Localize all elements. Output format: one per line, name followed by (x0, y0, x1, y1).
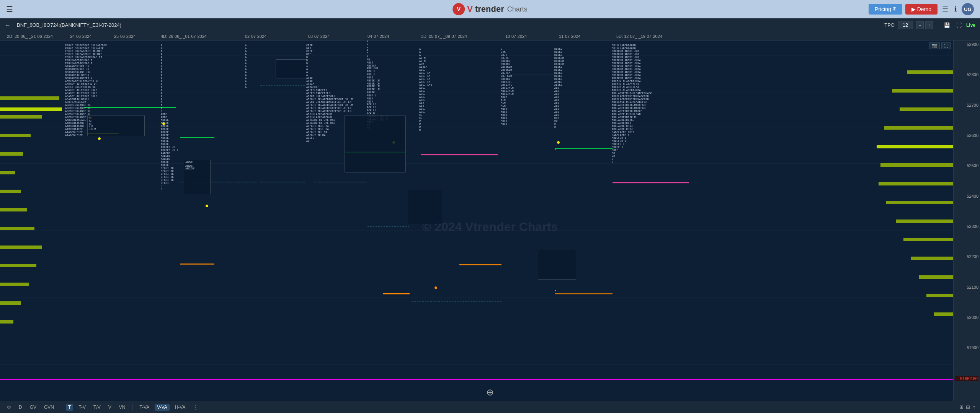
bottom-grid-icon[interactable]: ⊞ (959, 404, 964, 410)
svg-rect-30 (459, 264, 501, 265)
demo-button[interactable]: ▶ Demo (905, 4, 938, 15)
fullscreen-icon-btn[interactable]: ⛶ (941, 42, 951, 49)
dot-marker-3 (206, 205, 208, 207)
info-box-2: ABDE ABDE ABCDE (184, 160, 211, 194)
svg-rect-31 (555, 290, 556, 291)
bottom-bar: ⚙ D GV GVN T T-V T/V V VN T-VA V-VA H-VA… (0, 401, 980, 413)
date-header-row: 2D: 20-06_ _21-06-2024 24-06-2024 25-06-… (0, 32, 980, 41)
btn-hva[interactable]: H-VA (173, 404, 188, 411)
crosshair-icon[interactable]: ⊕ (486, 387, 494, 398)
btn-vva[interactable]: V-VA (155, 404, 169, 411)
settings-button[interactable]: ⚙ (5, 404, 13, 411)
btn-v[interactable]: V (106, 404, 114, 411)
date-label-6: 03-07-2024 (308, 34, 330, 39)
camera-icon-btn[interactable]: 📷 (929, 42, 940, 49)
header-right-icons: 💾 ⛶ (942, 21, 963, 30)
save-icon[interactable]: 💾 (942, 21, 952, 30)
tpo-input[interactable] (898, 21, 913, 29)
left-profile-bars (0, 41, 65, 413)
list-icon[interactable]: ☰ (941, 3, 950, 15)
chart-canvas: © 2024 Vtrender Charts (0, 41, 980, 413)
btn-tv[interactable]: T-V (76, 404, 88, 411)
bottom-table-icon[interactable]: ⊟ (966, 404, 970, 410)
price-52900: 52900 (955, 42, 978, 47)
logo-charts: Charts (507, 5, 528, 13)
btn-vn[interactable]: VN (117, 404, 128, 411)
logo: V V trender Charts (452, 3, 528, 15)
symbol-info: BNF_6OB_I8O724:(BANKNIFTY_E3I-07-2024) (17, 22, 121, 28)
separator-1 (61, 403, 61, 411)
pricing-button[interactable]: Pricing ₹ (869, 4, 902, 15)
separator-2 (132, 403, 132, 411)
price-52500: 52500 (955, 163, 978, 168)
info-box-4 (345, 115, 406, 172)
logo-text-v: V (467, 4, 473, 14)
svg-rect-28 (555, 148, 556, 150)
right-profile-bars (877, 41, 953, 413)
dot-marker-1 (98, 137, 101, 140)
hamburger-icon[interactable]: ☰ (6, 5, 13, 14)
chart-svg (0, 41, 980, 413)
btn-tva[interactable]: T-VA (137, 404, 152, 411)
expand-icon[interactable]: ⛶ (955, 21, 963, 30)
date-label-8: 3D: 05-07_ _09-07-2024 (421, 34, 467, 39)
demo-label: Demo (917, 6, 931, 12)
info-box-1: M M M LM JKLM (87, 115, 145, 136)
bottom-right-icons: ⊞ ⊟ ≡ (959, 404, 975, 410)
date-label-3: 25-06-2024 (114, 34, 136, 39)
date-label-1: 2D: 20-06_ _21-06-2024 (7, 34, 53, 39)
tpo-section: TPO − + 💾 ⛶ Live (884, 21, 975, 30)
tpo-label: TPO (884, 22, 895, 28)
price-52700: 52700 (955, 103, 978, 107)
price-scale: 52900 52800 52700 52600 52500 52400 5230… (953, 41, 980, 413)
live-badge: Live (966, 23, 975, 28)
date-label-10: 11-07-2024 (559, 34, 580, 39)
top-header: ☰ V V trender Charts Pricing ₹ ▶ Demo ☰ … (0, 0, 980, 18)
watermark: © 2024 Vtrender Charts (422, 220, 558, 234)
mp-col-6: A A A AL M AL M ALM ABJLM ABCJ ABCJ LM A… (419, 48, 432, 132)
btn-gvn[interactable]: GVN (42, 404, 56, 411)
user-avatar[interactable]: UG (962, 3, 974, 15)
header-right: Pricing ₹ ▶ Demo ☰ ℹ UG (869, 3, 974, 15)
chart-area: 2D: 20-06_ _21-06-2024 24-06-2024 25-06-… (0, 32, 980, 413)
logo-text-trender: trender (475, 4, 504, 14)
second-header: ← BNF_6OB_I8O724:(BANKNIFTY_E3I-07-2024)… (0, 18, 980, 32)
date-label-4: 4D: 26-06_ _01-07-2024 (161, 34, 207, 39)
more-options-button[interactable]: ⋮ (191, 404, 200, 411)
date-label-9: 10-07-2024 (505, 34, 527, 39)
price-52100: 52100 (955, 285, 978, 289)
demo-play-icon: ▶ (911, 6, 916, 12)
mp-col-8: DBJKL DBJKL DBJKL DBJKLM DBJKLM DBJKLM D… (554, 48, 564, 128)
price-51852: 51852.80 (955, 376, 978, 381)
btn-t[interactable]: T (66, 404, 73, 411)
info-icon[interactable]: ℹ (953, 3, 959, 15)
svg-rect-29 (612, 182, 689, 183)
svg-rect-27 (421, 154, 498, 155)
info-box-5 (408, 190, 442, 224)
info-box-3 (276, 59, 306, 78)
back-button[interactable]: ← (5, 22, 11, 29)
price-52600: 52600 (955, 133, 978, 138)
price-51900: 51900 (955, 345, 978, 350)
date-label-5: 02-07-2024 (245, 34, 266, 39)
tpo-minus-button[interactable]: − (916, 21, 924, 29)
dot-marker-5 (557, 141, 560, 144)
chart-top-right-icons: 📷 ⛶ (929, 42, 951, 49)
price-52200: 52200 (955, 254, 978, 259)
tpo-controls: − + (916, 21, 933, 29)
btn-tdivv[interactable]: T/V (91, 404, 103, 411)
btn-d[interactable]: D (16, 404, 24, 411)
price-52300: 52300 (955, 224, 978, 229)
bottom-list-icon[interactable]: ≡ (972, 404, 975, 410)
date-label-7: 04-07-2024 (368, 34, 389, 39)
mp-col-7: D DJK DBJK DBJKL DBCJKL DBCJKL DBCJKLM D… (501, 48, 514, 126)
mp-col-9: DBJKLMABCDFGHAB DBJKLMABCDFGHAB DBCJKLM … (612, 44, 652, 164)
date-label-11: 5D: 12-07_ _19-07-2024 (616, 34, 662, 39)
tpo-plus-button[interactable]: + (925, 21, 933, 29)
logo-icon: V (452, 3, 465, 15)
date-label-2: 24-06-2024 (70, 34, 91, 39)
btn-gv[interactable]: GV (28, 404, 39, 411)
mp-col-2: A A A A A A A A A A A A A A A A A A A A … (161, 44, 178, 191)
mp-col-3: A A A A A A A A A A A A A A A (245, 44, 247, 89)
price-52800: 52800 (955, 72, 978, 77)
